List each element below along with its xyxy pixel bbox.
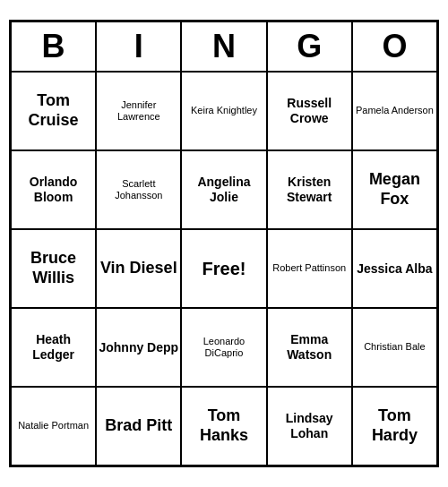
header-letter: G xyxy=(267,21,352,72)
bingo-cell: Brad Pitt xyxy=(96,387,181,466)
bingo-cell: Russell Crowe xyxy=(267,72,352,150)
bingo-grid: Tom CruiseJennifer LawrenceKeira Knightl… xyxy=(11,72,437,466)
header-letter: B xyxy=(11,21,96,72)
bingo-cell: Kristen Stewart xyxy=(267,150,352,229)
bingo-cell: Heath Ledger xyxy=(11,308,96,387)
bingo-cell: Robert Pattinson xyxy=(267,229,352,308)
header-letter: O xyxy=(352,21,437,72)
bingo-cell: Megan Fox xyxy=(352,150,437,229)
bingo-cell: Tom Hanks xyxy=(181,387,266,466)
bingo-cell: Jennifer Lawrence xyxy=(96,72,181,150)
bingo-header: BINGO xyxy=(11,21,437,72)
bingo-cell: Bruce Willis xyxy=(11,229,96,308)
bingo-cell: Free! xyxy=(181,229,266,308)
bingo-cell: Pamela Anderson xyxy=(352,72,437,150)
bingo-cell: Christian Bale xyxy=(352,308,437,387)
bingo-cell: Vin Diesel xyxy=(96,229,181,308)
bingo-cell: Angelina Jolie xyxy=(181,150,266,229)
bingo-cell: Tom Cruise xyxy=(11,72,96,150)
bingo-cell: Tom Hardy xyxy=(352,387,437,466)
bingo-cell: Natalie Portman xyxy=(11,387,96,466)
bingo-cell: Leonardo DiCaprio xyxy=(181,308,266,387)
bingo-cell: Jessica Alba xyxy=(352,229,437,308)
bingo-card: BINGO Tom CruiseJennifer LawrenceKeira K… xyxy=(9,20,439,467)
bingo-cell: Lindsay Lohan xyxy=(267,387,352,466)
bingo-cell: Johnny Depp xyxy=(96,308,181,387)
bingo-cell: Scarlett Johansson xyxy=(96,150,181,229)
header-letter: I xyxy=(96,21,181,72)
header-letter: N xyxy=(181,21,266,72)
bingo-cell: Keira Knightley xyxy=(181,72,266,150)
bingo-cell: Orlando Bloom xyxy=(11,150,96,229)
bingo-cell: Emma Watson xyxy=(267,308,352,387)
